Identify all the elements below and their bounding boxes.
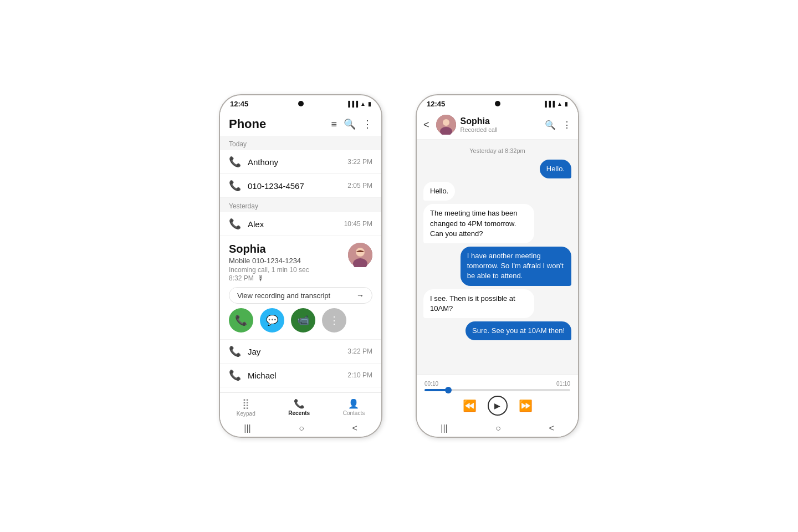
player-controls: ⏪ ▶ ⏩ [424,396,570,416]
status-icons-1: ▐▐▐ ▲ ▮ [346,101,371,107]
status-icons-2: ▐▐▐ ▲ ▮ [543,101,568,107]
sys-nav-back-1[interactable]: < [352,423,357,433]
chat-header-icons: 🔍 ⋮ [545,120,571,130]
call-time-number: 2:05 PM [347,182,372,190]
section-today: Today [220,136,381,150]
chat-more-icon[interactable]: ⋮ [562,120,571,130]
call-icon-alex: 📞 [229,218,241,230]
call-icon-jay: 📞 [229,345,241,357]
call-button[interactable]: 📞 [229,308,253,332]
chat-contact-sub: Recorded call [461,126,540,133]
message-6: Sure. See you at 10AM then! [466,321,571,340]
chat-avatar [436,115,456,135]
arrow-icon: → [356,291,364,300]
call-time-anthony: 3:22 PM [347,158,372,166]
status-time-2: 12:45 [427,100,445,108]
phone-header: Phone ≡ 🔍 ⋮ [220,110,381,136]
sophia-info: Sophia Mobile 010-1234-1234 Incoming cal… [229,243,348,283]
search-icon-1[interactable]: 🔍 [344,118,356,130]
sophia-actions: 📞 💬 📹 ⋮ [229,308,372,332]
progress-thumb [445,387,452,393]
signal-icon: ▐▐▐ [346,101,358,107]
phone-2-screen: < Sophia Recorded call 🔍 ⋮ [417,110,578,437]
battery-icon-2: ▮ [565,101,568,107]
chat-back-button[interactable]: < [423,119,429,131]
filter-icon[interactable]: ≡ [331,119,337,130]
call-time-alex: 10:45 PM [344,220,372,228]
call-time-michael: 2:10 PM [347,371,372,379]
chat-contact-name: Sophia [461,116,540,126]
message-button[interactable]: 💬 [260,308,284,332]
more-actions-button[interactable]: ⋮ [322,308,346,332]
view-recording-label: View recording and transcript [237,291,330,300]
call-name-anthony: Anthony [248,157,347,167]
recents-icon: 📞 [294,398,305,409]
keypad-icon: ⣿ [242,397,249,410]
sophia-mobile: Mobile 010-1234-1234 [229,257,348,265]
header-icons: ≡ 🔍 ⋮ [331,118,372,130]
status-time-1: 12:45 [230,100,248,108]
sophia-top: Sophia Mobile 010-1234-1234 Incoming cal… [229,243,372,283]
sys-nav-menu-1[interactable]: ||| [244,423,250,433]
view-recording-button[interactable]: View recording and transcript → [229,287,372,304]
system-nav-1: ||| ○ < [220,420,381,437]
sys-nav-home-1[interactable]: ○ [299,423,304,433]
battery-icon: ▮ [368,101,371,107]
sophia-card[interactable]: Sophia Mobile 010-1234-1234 Incoming cal… [220,236,381,340]
nav-contacts-label: Contacts [343,410,365,416]
phone-1-shell: 12:45 ▐▐▐ ▲ ▮ Phone ≡ 🔍 ⋮ Today 📞 A [219,94,382,438]
message-1: Hello. [540,160,571,178]
wifi-icon: ▲ [360,101,366,107]
wifi-icon-2: ▲ [557,101,562,107]
sys-nav-menu-2[interactable]: ||| [441,423,447,433]
camera-dot [298,101,304,106]
call-icon-outgoing: 📞 [229,180,241,192]
call-name-jay: Jay [248,347,347,356]
message-4: I have another meeting tomorrow. So I'm … [461,247,571,286]
more-icon-1[interactable]: ⋮ [362,118,372,130]
chat-header: < Sophia Recorded call 🔍 ⋮ [417,110,578,140]
call-item-jay[interactable]: 📞 Jay 3:22 PM [220,340,381,364]
call-time-jay: 3:22 PM [347,347,372,355]
video-button[interactable]: 📹 [291,308,315,332]
call-item-anthony[interactable]: 📞 Anthony 3:22 PM [220,150,381,174]
call-name-alex: Alex [248,219,344,229]
rewind-button[interactable]: ⏪ [463,399,477,412]
phones-container: 12:45 ▐▐▐ ▲ ▮ Phone ≡ 🔍 ⋮ Today 📞 A [219,94,579,438]
system-nav-2: ||| ○ < [417,420,578,437]
nav-recents-label: Recents [288,410,310,416]
camera-dot-2 [495,101,500,106]
call-icon-michael: 📞 [229,369,241,381]
phone-title: Phone [229,117,266,131]
phone-2-shell: 12:45 ▐▐▐ ▲ ▮ < Sophia [416,94,579,438]
play-button[interactable]: ▶ [488,396,508,416]
call-item-alex[interactable]: 📞 Alex 10:45 PM [220,212,381,236]
call-name-michael: Michael [248,371,347,380]
chat-search-icon[interactable]: 🔍 [545,120,556,130]
bottom-nav: ⣿ Keypad 📞 Recents 👤 Contacts [220,392,381,420]
nav-keypad-label: Keypad [237,411,255,417]
message-5: I see. Then is it possible at 10AM? [423,289,534,318]
signal-icon-2: ▐▐▐ [543,101,555,107]
call-name-number: 010-1234-4567 [248,181,347,191]
sophia-detail-row: Incoming call, 1 min 10 sec [229,266,348,274]
call-icon-incoming: 📞 [229,156,241,168]
sophia-avatar [348,243,372,267]
nav-recents[interactable]: 📞 Recents [288,398,310,416]
nav-keypad[interactable]: ⣿ Keypad [237,397,255,417]
call-item-number[interactable]: 📞 010-1234-4567 2:05 PM [220,174,381,198]
sys-nav-home-2[interactable]: ○ [495,423,501,433]
sys-nav-back-2[interactable]: < [549,423,554,433]
player-total-time: 01:10 [556,381,570,387]
call-item-michael[interactable]: 📞 Michael 2:10 PM [220,364,381,387]
player-time-labels: 00:10 01:10 [424,381,570,387]
sophia-call-detail: Incoming call, 1 min 10 sec [229,266,309,274]
phone-1-screen: Phone ≡ 🔍 ⋮ Today 📞 Anthony 3:22 PM 📞 01… [220,110,381,437]
progress-bar[interactable] [424,389,570,391]
message-2: Hello. [423,182,455,201]
sophia-call-time: 8:32 PM [229,274,254,282]
contacts-icon: 👤 [348,398,359,409]
svg-point-5 [443,119,449,126]
fast-forward-button[interactable]: ⏩ [519,399,533,412]
nav-contacts[interactable]: 👤 Contacts [343,398,365,416]
